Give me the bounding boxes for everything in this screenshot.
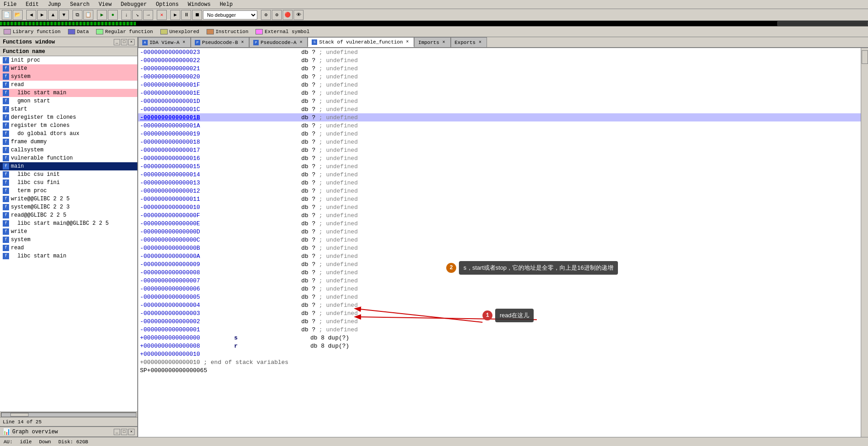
tab-ida-close[interactable]: × bbox=[181, 40, 187, 45]
func-system[interactable]: f system bbox=[0, 73, 137, 81]
tab-imports[interactable]: Imports × bbox=[414, 37, 450, 47]
code-line[interactable]: -0000000000000017 db ? ; undefined bbox=[138, 146, 861, 154]
tb-fwd[interactable]: ▶ bbox=[37, 10, 47, 20]
tb-attach[interactable]: ⚙ bbox=[261, 10, 271, 20]
tab-exports[interactable]: Exports × bbox=[451, 37, 487, 47]
code-area[interactable]: -0000000000000023 db ? ; undefined -0000… bbox=[138, 48, 861, 437]
code-line[interactable]: -000000000000001C db ? ; undefined bbox=[138, 105, 861, 113]
code-line[interactable]: -000000000000000D db ? ; undefined bbox=[138, 228, 861, 236]
tab-pa-close[interactable]: × bbox=[298, 40, 304, 45]
func-system-glibc[interactable]: f system@GLIBC 2 2 3 bbox=[0, 203, 137, 211]
func-libc-start2[interactable]: f libc start main bbox=[0, 252, 137, 260]
code-line[interactable]: -000000000000000C db ? ; undefined bbox=[138, 236, 861, 244]
menu-windows[interactable]: Windows bbox=[186, 1, 212, 8]
tb-green-dot[interactable]: ● bbox=[108, 10, 118, 20]
hscroll-track[interactable] bbox=[1, 412, 136, 417]
tab-imports-close[interactable]: × bbox=[441, 40, 447, 45]
menu-debugger[interactable]: Debugger bbox=[119, 1, 149, 8]
functions-minimize[interactable]: _ bbox=[114, 39, 120, 45]
func-do-global[interactable]: f do global dtors aux bbox=[0, 130, 137, 138]
tb-copy[interactable]: ⧉ bbox=[72, 10, 82, 20]
code-line[interactable]: -0000000000000014 db ? ; undefined bbox=[138, 170, 861, 179]
code-line[interactable]: -000000000000001F db ? ; undefined bbox=[138, 81, 861, 89]
func-read[interactable]: f read bbox=[0, 81, 137, 89]
code-line[interactable]: -000000000000001D db ? ; undefined bbox=[138, 97, 861, 105]
code-line[interactable]: -0000000000000011 db ? ; undefined bbox=[138, 195, 861, 203]
code-line[interactable]: -0000000000000019 db ? ; undefined bbox=[138, 130, 861, 138]
code-line[interactable]: -0000000000000006 db ? ; undefined bbox=[138, 285, 861, 293]
func-register[interactable]: f register tm clones bbox=[0, 121, 137, 130]
graph-minimize[interactable]: _ bbox=[114, 429, 120, 435]
code-line[interactable]: -0000000000000023 db ? ; undefined bbox=[138, 48, 861, 56]
func-deregister[interactable]: f deregister tm clones bbox=[0, 113, 137, 121]
tab-pseudocode-a[interactable]: P Pseudocode-A × bbox=[249, 37, 308, 47]
menu-help[interactable]: Help bbox=[218, 1, 235, 8]
func-read2[interactable]: f read bbox=[0, 244, 137, 252]
code-line[interactable]: -000000000000001E db ? ; undefined bbox=[138, 89, 861, 97]
functions-list[interactable]: f init proc f write f system f read f bbox=[0, 56, 137, 412]
menu-jump[interactable]: Jump bbox=[46, 1, 63, 8]
code-line-s[interactable]: +0000000000000000 s db 8 dup(?) bbox=[138, 334, 861, 342]
tb-down[interactable]: ▼ bbox=[59, 10, 69, 20]
code-line-r[interactable]: +0000000000000008 r db 8 dup(?) bbox=[138, 342, 861, 350]
tb-stop[interactable]: ✕ bbox=[157, 10, 167, 20]
tb-watch[interactable]: 👁 bbox=[294, 10, 304, 20]
hscroll-thumb[interactable] bbox=[10, 413, 29, 417]
tb-paste[interactable]: 📋 bbox=[83, 10, 93, 20]
tb-detach[interactable]: ⚙ bbox=[272, 10, 282, 20]
menu-search[interactable]: Search bbox=[68, 1, 91, 8]
tb-step3[interactable]: → bbox=[143, 10, 153, 20]
code-line[interactable]: -000000000000000A db ? ; undefined bbox=[138, 252, 861, 260]
functions-scrollbar[interactable] bbox=[0, 412, 137, 417]
menu-edit[interactable]: Edit bbox=[24, 1, 41, 8]
tab-exports-close[interactable]: × bbox=[477, 40, 483, 45]
tab-pb-close[interactable]: × bbox=[240, 40, 245, 45]
func-libc-csu-init[interactable]: f libc csu init bbox=[0, 170, 137, 179]
func-main[interactable]: f main bbox=[0, 162, 137, 170]
code-line[interactable]: -0000000000000009 db ? ; undefined bbox=[138, 260, 861, 268]
func-write[interactable]: f write bbox=[0, 64, 137, 73]
menu-options[interactable]: Options bbox=[154, 1, 180, 8]
vscroll-thumb[interactable] bbox=[862, 50, 868, 64]
right-scrollbar[interactable] bbox=[861, 48, 868, 437]
func-start[interactable]: f start bbox=[0, 105, 137, 113]
code-line[interactable]: -0000000000000001 db ? ; undefined bbox=[138, 325, 861, 334]
tb-new[interactable]: 📄 bbox=[2, 10, 12, 20]
tb-bp[interactable]: 🔴 bbox=[283, 10, 293, 20]
tb-play[interactable]: ▶ bbox=[170, 10, 180, 20]
graph-restore[interactable]: □ bbox=[121, 429, 127, 435]
func-callsystem[interactable]: f callsystem bbox=[0, 146, 137, 154]
tb-step1[interactable]: ↓ bbox=[121, 10, 131, 20]
tb-stop2[interactable]: ⏹ bbox=[192, 10, 202, 20]
func-write-glibc[interactable]: f write@@GLIBC 2 2 5 bbox=[0, 195, 137, 203]
func-libc-start-glibc[interactable]: f libc start main@@GLIBC 2 2 5 bbox=[0, 219, 137, 228]
functions-close[interactable]: × bbox=[128, 39, 135, 45]
code-line[interactable]: -0000000000000004 db ? ; undefined bbox=[138, 301, 861, 309]
func-libc-csu-fini[interactable]: f libc csu fini bbox=[0, 179, 137, 187]
functions-restore[interactable]: □ bbox=[121, 39, 127, 45]
code-line[interactable]: -000000000000000F db ? ; undefined bbox=[138, 211, 861, 219]
code-line[interactable]: -0000000000000020 db ? ; undefined bbox=[138, 73, 861, 81]
tb-run[interactable]: ▶ bbox=[97, 10, 107, 20]
code-line[interactable]: -0000000000000022 db ? ; undefined bbox=[138, 56, 861, 64]
tb-up[interactable]: ▲ bbox=[48, 10, 58, 20]
activity-search[interactable] bbox=[777, 21, 868, 26]
func-frame-dummy[interactable]: f frame dummy bbox=[0, 138, 137, 146]
code-line[interactable]: -0000000000000013 db ? ; undefined bbox=[138, 179, 861, 187]
code-line[interactable]: -0000000000000003 db ? ; undefined bbox=[138, 309, 861, 317]
code-line[interactable]: -0000000000000012 db ? ; undefined bbox=[138, 187, 861, 195]
func-system2[interactable]: f system bbox=[0, 236, 137, 244]
debugger-select[interactable]: No debugger bbox=[203, 10, 257, 19]
code-line[interactable]: -0000000000000005 db ? ; undefined bbox=[138, 293, 861, 301]
code-line[interactable]: -0000000000000016 db ? ; undefined bbox=[138, 154, 861, 162]
code-line[interactable]: -0000000000000002 db ? ; undefined bbox=[138, 317, 861, 325]
code-line[interactable]: -000000000000000E db ? ; undefined bbox=[138, 219, 861, 228]
tab-ida-view[interactable]: A IDA View-A × bbox=[138, 37, 191, 47]
func-libc-start-main[interactable]: f libc start main bbox=[0, 89, 137, 97]
func-vulnerable[interactable]: f vulnerable function bbox=[0, 154, 137, 162]
code-line[interactable]: -0000000000000015 db ? ; undefined bbox=[138, 162, 861, 170]
func-init-proc[interactable]: f init proc bbox=[0, 56, 137, 64]
tb-step2[interactable]: ↘ bbox=[132, 10, 142, 20]
code-line[interactable]: -0000000000000018 db ? ; undefined bbox=[138, 138, 861, 146]
func-term-proc[interactable]: f term proc bbox=[0, 187, 137, 195]
